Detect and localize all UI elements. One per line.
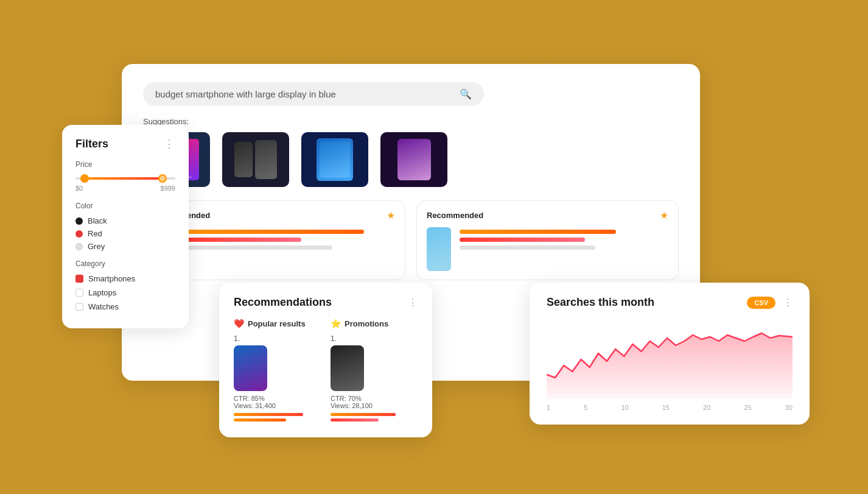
recommendations-menu-icon[interactable]: ⋮ [408,297,418,308]
price-slider-fill [83,177,163,180]
price-slider-track[interactable] [75,177,175,180]
color-item-red[interactable]: Red [75,229,175,238]
chart-label-15: 15 [662,404,670,411]
bar-grey [460,245,595,250]
rec-bars [186,227,395,250]
color-item-black[interactable]: Black [75,216,175,225]
promotions-icon: ⭐ [331,319,341,328]
bar-grey [186,245,332,250]
category-item-watches[interactable]: Watches [75,302,175,311]
category-label: Category [75,259,175,268]
searches-header-right: CSV ⋮ [747,297,793,309]
category-name-laptops: Laptops [88,288,116,297]
color-filter-section: Color Black Red Grey [75,202,175,251]
category-filter-section: Category Smartphones Laptops Watches [75,259,175,311]
recommendations-columns: ❤️ Popular results 1. CTR: 85% Views: 31… [234,319,418,424]
search-icon: 🔍 [460,88,472,100]
category-name-watches: Watches [88,302,119,311]
popular-results-column: ❤️ Popular results 1. CTR: 85% Views: 31… [234,319,321,424]
rec-card-title: Recommended [427,211,483,220]
price-label: Price [75,160,175,169]
popular-product-image[interactable] [234,345,267,391]
rec-card-body [427,227,668,271]
popular-stat-bar-1 [234,413,303,416]
suggestion-item[interactable] [222,132,289,187]
rec-bars [460,227,668,250]
chart-label-10: 10 [621,404,628,411]
chart-area [547,333,793,399]
filters-header: Filters ⋮ [75,137,175,150]
suggestions-row [143,132,679,187]
color-dot-grey [75,243,83,250]
color-dot-red [75,230,83,238]
price-range: $0 $999 [75,185,175,192]
category-item-smartphones[interactable]: Smartphones [75,274,175,283]
recommendations-header: Recommendations ⋮ [234,296,418,309]
chart-label-25: 25 [744,404,751,411]
searches-header: Searches this month CSV ⋮ [547,296,793,309]
suggestion-item[interactable] [380,132,447,187]
chart-svg [547,320,793,399]
color-dot-black [75,217,83,225]
promotions-stat-bar-2 [331,418,379,422]
suggestions-label: Suggestions: [143,117,679,126]
promotions-ctr: CTR: 70% [331,395,418,402]
filters-menu-icon[interactable]: ⋮ [164,137,175,150]
searches-title: Searches this month [547,296,654,309]
chart-label-30: 30 [785,404,793,411]
promotions-product-image[interactable] [331,345,364,391]
searches-menu-icon[interactable]: ⋮ [783,297,793,308]
filters-title: Filters [75,138,108,150]
promotions-stat-bar-1 [331,413,396,416]
popular-label: Popular results [248,319,306,328]
popular-stat-bar-2 [234,418,286,422]
star-icon: ★ [387,210,395,221]
color-name-red: Red [88,229,102,238]
filters-card: Filters ⋮ Price $0 $999 Color Black Red … [62,125,189,328]
color-name-grey: Grey [88,242,105,251]
rec-card-body [153,227,395,271]
category-checkbox-watches[interactable] [75,303,83,311]
searches-card: Searches this month CSV ⋮ 1 5 10 15 20 2… [530,283,810,425]
popular-ctr: CTR: 85% [234,395,321,402]
color-name-black: Black [88,216,107,225]
rec-card-header: Recommended ★ [153,210,395,221]
rec-phone-image [427,227,451,271]
bar-orange [460,230,616,234]
category-name-smartphones: Smartphones [88,274,135,283]
chart-label-20: 20 [703,404,710,411]
price-max: $999 [161,185,175,192]
chart-label-1: 1 [547,404,550,411]
bar-orange [186,230,364,234]
promotions-rank: 1. [331,334,418,343]
star-icon: ★ [660,210,668,221]
search-input[interactable] [155,89,455,99]
price-min: $0 [75,185,83,192]
popular-icon: ❤️ [234,319,244,328]
color-item-grey[interactable]: Grey [75,242,175,251]
chart-x-labels: 1 5 10 15 20 25 30 [547,404,793,411]
recommendations-title: Recommendations [234,296,332,309]
searches-chart [547,320,793,399]
bar-red [460,238,585,242]
recommended-cards-row: Recommended ★ Recommended ★ [143,200,679,280]
category-checkbox-smartphones[interactable] [75,275,83,283]
rec-card-header: Recommended ★ [427,210,668,221]
bar-red [186,238,301,242]
promotions-header: ⭐ Promotions [331,319,418,328]
popular-rank: 1. [234,334,321,343]
search-bar[interactable]: 🔍 [143,82,484,106]
promotions-label: Promotions [345,319,388,328]
price-slider-thumb-right[interactable] [158,174,167,183]
category-item-laptops[interactable]: Laptops [75,288,175,297]
csv-button[interactable]: CSV [747,297,775,309]
suggestion-item[interactable] [301,132,368,187]
price-filter-section: Price $0 $999 [75,160,175,192]
popular-results-header: ❤️ Popular results [234,319,321,328]
recommendations-card: Recommendations ⋮ ❤️ Popular results 1. … [219,283,432,437]
price-slider-thumb-left[interactable] [80,174,89,183]
promotions-column: ⭐ Promotions 1. CTR: 70% Views: 28,100 [331,319,418,424]
promotions-views: Views: 28,100 [331,402,418,409]
category-checkbox-laptops[interactable] [75,289,83,297]
chart-label-5: 5 [584,404,587,411]
